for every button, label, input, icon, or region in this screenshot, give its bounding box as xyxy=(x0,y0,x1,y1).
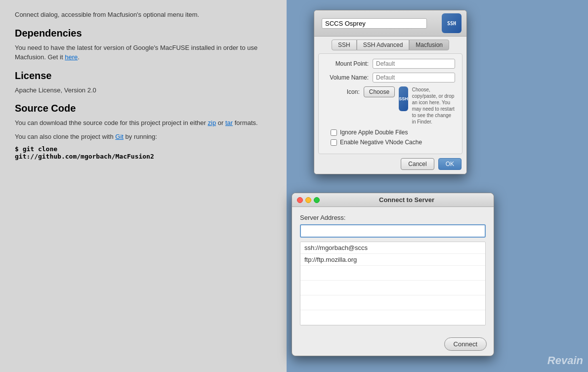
source-formats: formats. xyxy=(235,119,258,126)
mount-point-input[interactable] xyxy=(373,59,455,69)
deps-text: You need to have the latest for version … xyxy=(15,44,257,61)
dialog-tabs: SSH SSH Advanced Macfusion xyxy=(314,37,466,53)
close-button-icon[interactable] xyxy=(297,197,303,203)
volume-name-input[interactable] xyxy=(373,73,455,83)
mount-point-row: Mount Point: xyxy=(326,59,455,69)
maximize-button-icon[interactable] xyxy=(314,197,320,203)
source-tar-link[interactable]: tar xyxy=(225,119,233,126)
icon-preview: SSH xyxy=(399,86,408,111)
list-item-empty-4 xyxy=(300,310,485,325)
connect-titlebar: Connect to Server xyxy=(292,193,494,207)
icon-ssh-label: SSH xyxy=(399,96,408,101)
checkbox-double-files-row: Ignore Apple Double Files xyxy=(326,129,455,136)
checkbox-double-files-label: Ignore Apple Double Files xyxy=(340,129,408,136)
volume-name-label: Volume Name: xyxy=(326,74,373,81)
connect-dialog: Connect to Server Server Address: ssh://… xyxy=(292,193,494,356)
list-item[interactable]: ssh://mgorbach@sccs xyxy=(300,242,485,254)
code-block: $ git clone git://github.com/mgorbach/Ma… xyxy=(15,145,272,160)
intro-text: Connect dialog, accessible from Macfusio… xyxy=(15,10,272,20)
license-text: Apache License, Version 2.0 xyxy=(15,85,272,95)
deps-heading: Dependencies xyxy=(15,28,272,39)
dialog-content: Mount Point: Volume Name: Icon: Choose S… xyxy=(318,53,462,154)
tab-macfusion[interactable]: Macfusion xyxy=(409,40,449,50)
server-list: ssh://mgorbach@sccs ftp://ftp.mozilla.or… xyxy=(300,242,486,326)
source-para2: You can also clone the project with Git … xyxy=(15,132,272,142)
tab-ssh-advanced[interactable]: SSH Advanced xyxy=(357,40,410,50)
server-address-input[interactable] xyxy=(300,224,486,238)
source-heading: Source Code xyxy=(15,103,272,114)
cancel-button[interactable]: Cancel xyxy=(401,158,434,170)
dialog-titlebar: SSH xyxy=(314,10,466,37)
license-heading: License xyxy=(15,70,272,82)
checkbox-vnode[interactable] xyxy=(331,139,337,146)
source-by: by running: xyxy=(126,133,157,140)
source-text2: You can also clone the project with xyxy=(15,133,114,140)
dialog-title-input[interactable] xyxy=(322,18,427,29)
connect-button[interactable]: Connect xyxy=(444,337,487,351)
ok-button[interactable]: OK xyxy=(438,158,462,170)
checkbox-double-files[interactable] xyxy=(331,129,337,136)
code-line2: git://github.com/mgorbach/MacFusion2 xyxy=(15,153,272,160)
choose-button[interactable]: Choose xyxy=(364,86,395,97)
checkbox-vnode-label: Enable Negative VNode Cache xyxy=(340,139,422,146)
volume-name-row: Volume Name: xyxy=(326,73,455,83)
list-item-empty-3 xyxy=(300,295,485,310)
right-area: SSH SSH SSH Advanced Macfusion Mount Poi… xyxy=(287,0,588,372)
icon-area: Choose SSH Choose, copy/paste, or drop a… xyxy=(364,86,455,125)
connect-bottom: Connect xyxy=(292,332,494,356)
code-line1: $ git clone xyxy=(15,145,272,153)
minimize-button-icon[interactable] xyxy=(305,197,311,203)
connect-dialog-title: Connect to Server xyxy=(325,196,489,204)
source-git-link[interactable]: Git xyxy=(115,133,124,140)
list-item-empty-1 xyxy=(300,266,485,281)
source-text1: You can download thhe source code for th… xyxy=(15,119,206,126)
deps-para: You need to have the latest for version … xyxy=(15,43,272,62)
icon-row: Icon: Choose SSH Choose, copy/paste, or … xyxy=(326,86,455,125)
source-zip-link[interactable]: zip xyxy=(208,119,216,126)
mount-point-label: Mount Point: xyxy=(326,60,373,67)
tab-ssh[interactable]: SSH xyxy=(332,40,357,50)
checkbox-vnode-row: Enable Negative VNode Cache xyxy=(326,139,455,146)
icon-hint: Choose, copy/paste, or drop an icon here… xyxy=(412,86,455,125)
connect-content: Server Address: ssh://mgorbach@sccs ftp:… xyxy=(292,207,494,332)
icon-label-text: Icon: xyxy=(326,86,364,95)
macfusion-dialog: SSH SSH SSH Advanced Macfusion Mount Poi… xyxy=(314,10,467,174)
content-area: Connect dialog, accessible from Macfusio… xyxy=(0,0,287,372)
server-address-label: Server Address: xyxy=(300,214,486,221)
ssh-dialog-icon: SSH xyxy=(442,13,462,33)
traffic-lights xyxy=(297,197,320,203)
list-item[interactable]: ftp://ftp.mozilla.org xyxy=(300,254,485,266)
deps-link[interactable]: here xyxy=(65,53,78,61)
dialog-buttons: Cancel OK xyxy=(314,154,466,174)
revain-watermark: Revain xyxy=(547,354,583,367)
source-para1: You can download thhe source code for th… xyxy=(15,118,272,128)
source-or: or xyxy=(218,119,224,126)
list-item-empty-2 xyxy=(300,281,485,295)
